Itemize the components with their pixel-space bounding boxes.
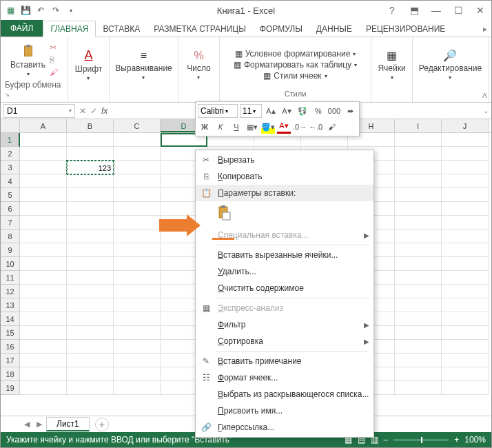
cell[interactable] — [114, 340, 161, 354]
cell[interactable] — [20, 326, 67, 340]
context-menu-item[interactable]: Выбрать из раскрывающегося списка... — [196, 386, 373, 403]
row-header[interactable]: 17 — [1, 354, 20, 367]
cell[interactable] — [442, 285, 489, 298]
number-button[interactable]: %Число▾ — [187, 50, 211, 81]
tab-review[interactable]: РЕЦЕНЗИРОВАНИЕ — [359, 21, 452, 37]
merge-icon[interactable]: ⬌ — [343, 104, 357, 118]
cell[interactable] — [20, 243, 67, 257]
cell[interactable] — [114, 326, 161, 340]
sheet-nav-next-icon[interactable]: ▶ — [34, 420, 45, 429]
format-table-button[interactable]: ▦Форматировать как таблицу ▾ — [234, 60, 357, 70]
cell[interactable] — [442, 312, 489, 326]
percent-icon[interactable]: % — [311, 104, 325, 118]
dec-dec-icon[interactable]: ←.0 — [309, 120, 322, 134]
cell[interactable] — [67, 188, 114, 202]
context-menu-item[interactable]: Фильтр▶ — [196, 316, 373, 333]
help-icon[interactable]: ? — [384, 5, 400, 16]
row-header[interactable]: 4 — [1, 174, 20, 188]
cell[interactable] — [442, 202, 489, 216]
col-header[interactable]: I — [395, 119, 442, 132]
row-header[interactable]: 10 — [1, 257, 20, 271]
close-icon[interactable]: ✕ — [472, 5, 489, 16]
tab-data[interactable]: ДАННЫЕ — [309, 21, 359, 37]
col-header[interactable]: C — [114, 119, 161, 132]
tab-scroll-icon[interactable]: ▸ — [479, 21, 491, 37]
cell[interactable]: 123 — [67, 161, 114, 174]
cell[interactable] — [20, 298, 67, 312]
cell[interactable] — [395, 230, 442, 243]
cell[interactable] — [67, 147, 114, 161]
tab-file[interactable]: ФАЙЛ — [1, 20, 43, 37]
row-header[interactable]: 8 — [1, 230, 20, 243]
cell[interactable] — [442, 216, 489, 230]
cell[interactable] — [114, 367, 161, 381]
size-select[interactable]: 11 ▾ — [240, 104, 262, 118]
cut-icon[interactable]: ✂ — [50, 43, 58, 52]
cell[interactable] — [395, 298, 442, 312]
select-all-corner[interactable] — [1, 119, 20, 132]
cell[interactable] — [20, 312, 67, 326]
row-header[interactable]: 12 — [1, 285, 20, 298]
comma-icon[interactable]: 000 — [327, 104, 341, 118]
cell[interactable] — [395, 161, 442, 174]
cell[interactable] — [20, 367, 67, 381]
context-menu-item[interactable]: Очистить содержимое — [196, 280, 373, 296]
shrink-font-icon[interactable]: A▾ — [280, 104, 294, 118]
cell[interactable] — [20, 188, 67, 202]
cell[interactable] — [67, 216, 114, 230]
copy-icon[interactable]: ⎘ — [50, 55, 58, 65]
enter-icon[interactable]: ✓ — [90, 106, 97, 116]
cell[interactable] — [442, 161, 489, 174]
cell[interactable] — [114, 216, 161, 230]
cell[interactable] — [67, 381, 114, 395]
name-box[interactable]: D1▾ — [3, 104, 75, 118]
cell[interactable] — [442, 367, 489, 381]
cell[interactable] — [442, 230, 489, 243]
tab-layout[interactable]: РАЗМЕТКА СТРАНИЦЫ — [147, 21, 253, 37]
font-select[interactable]: Calibri ▾ — [198, 104, 238, 118]
fontcolor-icon[interactable]: A▾ — [277, 120, 291, 134]
context-menu-item[interactable]: ✂Вырезать — [196, 152, 373, 168]
cell[interactable] — [442, 340, 489, 354]
row-header[interactable]: 2 — [1, 147, 20, 161]
cancel-icon[interactable]: ✕ — [79, 106, 86, 116]
qat-drop-icon[interactable]: ▾ — [64, 3, 78, 17]
underline-icon[interactable]: Ч — [229, 120, 243, 134]
cell[interactable] — [67, 202, 114, 216]
dec-inc-icon[interactable]: .0→ — [293, 120, 307, 134]
cell[interactable] — [395, 188, 442, 202]
cell[interactable] — [442, 133, 489, 147]
row-header[interactable]: 11 — [1, 271, 20, 285]
cell[interactable] — [442, 147, 489, 161]
fill-icon[interactable]: 🪣▾ — [261, 120, 275, 134]
cell[interactable] — [395, 174, 442, 188]
cell[interactable] — [114, 230, 161, 243]
cell[interactable] — [20, 285, 67, 298]
cell[interactable] — [114, 174, 161, 188]
context-menu-item[interactable]: Сортировка▶ — [196, 333, 373, 349]
cell[interactable] — [442, 326, 489, 340]
cell[interactable] — [114, 354, 161, 367]
cell[interactable] — [395, 340, 442, 354]
cell[interactable] — [395, 326, 442, 340]
find-button[interactable]: 🔎Редактирование▾ — [419, 49, 482, 81]
painter-icon[interactable]: 🖌 — [50, 68, 58, 77]
col-header[interactable]: J — [442, 119, 489, 132]
cell[interactable] — [114, 257, 161, 271]
cell[interactable] — [442, 271, 489, 285]
align-button[interactable]: ≡Выравнивание▾ — [115, 50, 172, 81]
cell[interactable] — [67, 367, 114, 381]
context-menu-item[interactable]: ⎘Копировать — [196, 168, 373, 185]
context-menu-item[interactable]: Вставить вырезанные ячейки... — [196, 247, 373, 263]
add-sheet-icon[interactable]: + — [95, 418, 109, 431]
ribbon-opts-icon[interactable]: ⬒ — [406, 5, 422, 16]
cell[interactable] — [114, 243, 161, 257]
painter-icon[interactable]: 🖌 — [325, 120, 338, 134]
cell[interactable] — [20, 354, 67, 367]
cell[interactable] — [114, 188, 161, 202]
context-menu-item[interactable]: Присвоить имя... — [196, 403, 373, 419]
cell[interactable] — [395, 147, 442, 161]
cell[interactable] — [20, 381, 67, 395]
row-header[interactable]: 6 — [1, 202, 20, 216]
context-menu-item[interactable]: 🔗Гиперссылка... — [196, 419, 373, 436]
